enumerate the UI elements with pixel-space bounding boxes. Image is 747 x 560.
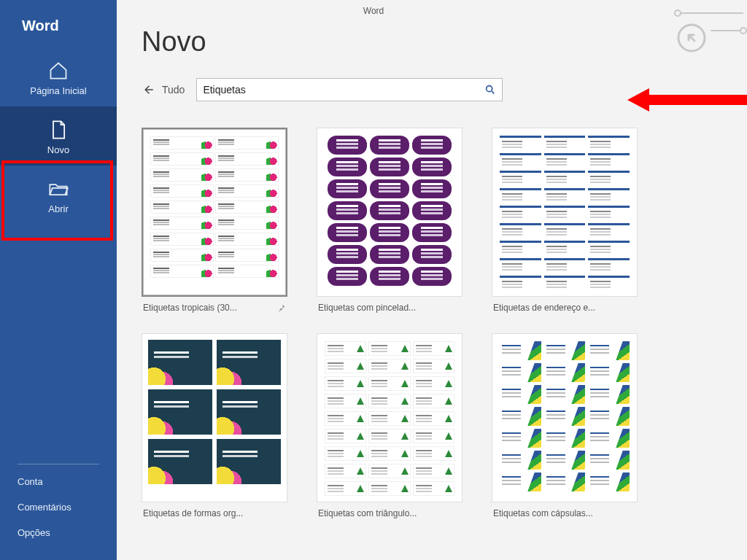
template-thumbnail	[492, 333, 638, 502]
sidebar-footer: Conta Comentários Opções	[0, 464, 117, 560]
sidebar-item-feedback[interactable]: Comentários	[0, 494, 117, 520]
sidebar-nav: Página Inicial Novo Abrir	[0, 47, 117, 225]
sidebar-item-label: Página Inicial	[30, 85, 86, 96]
template-card[interactable]: Etiquetas com pincelad...	[317, 128, 462, 313]
template-name: Etiquetas com pincelad...	[318, 303, 416, 313]
search-input[interactable]	[203, 84, 484, 96]
svg-point-5	[487, 86, 492, 92]
sidebar: Word Página Inicial Novo Abrir Conta C	[0, 0, 117, 560]
divider	[18, 464, 99, 464]
template-name: Etiquetas com triângulo...	[318, 508, 417, 518]
template-card[interactable]: Etiquetas com cápsulas...	[492, 333, 638, 518]
template-card[interactable]: Etiquetas de formas org...	[142, 333, 287, 518]
pin-icon[interactable]	[277, 303, 286, 312]
breadcrumb[interactable]: Tudo	[162, 84, 185, 96]
template-name: Etiquetas tropicais (30...	[143, 303, 237, 313]
brand: Word	[0, 0, 117, 47]
template-card[interactable]: Etiquetas com triângulo...	[317, 333, 462, 518]
template-thumbnail	[317, 128, 462, 297]
sidebar-item-new[interactable]: Novo	[0, 106, 117, 166]
template-grid: Etiquetas tropicais (30... Etiquetas com…	[142, 128, 725, 518]
template-thumbnail	[142, 128, 287, 297]
template-name: Etiquetas de formas org...	[143, 508, 243, 518]
search-box[interactable]	[196, 78, 503, 101]
sidebar-item-label: Novo	[47, 144, 69, 155]
search-row: Tudo	[142, 78, 725, 101]
sidebar-item-label: Abrir	[48, 203, 68, 214]
search-icon[interactable]	[484, 84, 496, 96]
template-name: Etiquetas com cápsulas...	[493, 508, 593, 518]
page-title: Novo	[142, 26, 725, 58]
template-card[interactable]: Etiquetas tropicais (30...	[142, 128, 287, 313]
template-thumbnail	[142, 333, 287, 502]
sidebar-item-open[interactable]: Abrir	[0, 166, 117, 225]
sidebar-item-account[interactable]: Conta	[0, 469, 117, 494]
template-card[interactable]: Etiquetas de endereço e...	[492, 128, 638, 313]
back-arrow-icon[interactable]	[142, 83, 155, 96]
sidebar-item-home[interactable]: Página Inicial	[0, 47, 117, 106]
sidebar-item-options[interactable]: Opções	[0, 520, 117, 545]
folder-open-icon	[48, 179, 69, 199]
document-icon	[48, 120, 69, 140]
template-name: Etiquetas de endereço e...	[493, 303, 595, 313]
template-thumbnail	[492, 128, 638, 297]
home-icon	[48, 61, 69, 81]
main-content: Novo Tudo	[117, 0, 747, 560]
template-thumbnail	[317, 333, 462, 502]
